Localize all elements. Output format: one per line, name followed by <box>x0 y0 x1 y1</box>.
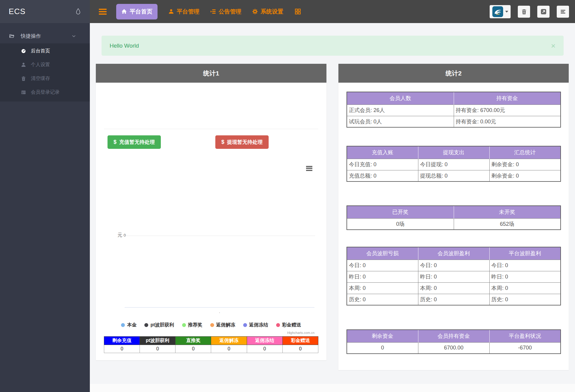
table-header-cell: 会员人数 <box>347 92 454 105</box>
legend-label: 返佣解冻 <box>216 322 235 328</box>
tab-announcement-manage[interactable]: 公告管理 <box>210 4 241 19</box>
menu-icon[interactable] <box>99 7 107 16</box>
summary-col-header: pt波胆获利 <box>140 337 175 345</box>
panels-row: 统计1 $ 充值暂无待处理 $ 提现暂无待处理 <box>90 64 575 370</box>
sidebar-item-clear-cache[interactable]: 清空缓存 <box>0 72 90 85</box>
x-axis-line <box>125 307 314 308</box>
sidebar-item-label: 个人设置 <box>31 62 50 68</box>
table-cell: 昨日: 0 <box>347 271 418 282</box>
content-area: Hello World × 统计1 $ 充值暂无待处理 <box>90 23 575 384</box>
table-row: 本周: 0本周: 0本周: 0 <box>347 282 561 294</box>
apps-grid-icon[interactable] <box>295 8 301 15</box>
table-row: 昨日: 0昨日: 0昨日: 0 <box>347 271 561 282</box>
chart-credits[interactable]: Highcharts.com.cn <box>287 331 314 335</box>
sidebar-item-profile[interactable]: 个人设置 <box>0 58 90 72</box>
table-cell: 正式会员: 26人 <box>347 105 454 116</box>
chart-context-menu-icon[interactable] <box>305 164 314 173</box>
log-list-button[interactable] <box>557 6 569 18</box>
table-header-row: 会员波胆亏损会员波胆盈利平台波胆盈利 <box>347 247 561 260</box>
nav-tabs: 平台首页平台管理公告管理系统设置 <box>116 4 283 19</box>
app-logo: ECS <box>9 7 25 16</box>
summary-col-value: 0 <box>211 345 247 353</box>
table-cell: 提现总额: 0 <box>418 170 489 181</box>
table-cell: 历史: 0 <box>489 294 561 305</box>
sidebar-section-label: 快捷操作 <box>21 33 41 40</box>
legend-item[interactable]: pt波胆获利 <box>144 322 174 328</box>
clear-trash-button[interactable] <box>518 6 530 18</box>
tab-label: 平台管理 <box>177 8 199 16</box>
legend-item[interactable]: 返佣解冻 <box>210 322 235 328</box>
legend-item[interactable]: 推荐奖 <box>182 322 202 328</box>
gridline <box>126 236 315 236</box>
table-header-cell: 持有资金 <box>454 92 561 105</box>
table-cell: 剩余资金: 0 <box>489 170 561 181</box>
legend-item[interactable]: 彩金赠送 <box>276 322 301 328</box>
table-header-cell: 未开奖 <box>454 206 561 218</box>
panel2-body: 会员人数持有资金正式会员: 26人持有资金: 6700.00元试玩会员: 0人持… <box>338 83 569 370</box>
table-row: 历史: 0历史: 0历史: 0 <box>347 294 561 305</box>
summary-col-header: 彩金赠送 <box>282 337 318 345</box>
sidebar-logo-row: ECS <box>0 0 90 23</box>
summary-header-row: 剩余充值pt波胆获利直推奖返佣解冻返佣冻结彩金赠送 <box>104 337 318 345</box>
table-row: 今日: 0今日: 0今日: 0 <box>347 260 561 271</box>
stat2-table-bodan: 会员波胆亏损会员波胆盈利平台波胆盈利今日: 0今日: 0今日: 0昨日: 0昨日… <box>346 247 561 305</box>
x-axis-tick: . <box>125 309 314 314</box>
legend-dot <box>210 323 214 327</box>
table-cell: 6700.00 <box>418 342 489 354</box>
table-header-cell: 会员波胆亏损 <box>347 247 418 260</box>
table-header-row: 剩余资金会员持有资金平台盈利状况 <box>347 330 561 342</box>
table-header-cell: 提现支出 <box>418 146 489 159</box>
deposit-pending-button[interactable]: $ 充值暂无待处理 <box>108 135 161 149</box>
trash-icon <box>521 9 527 15</box>
table-cell: 本周: 0 <box>347 282 418 294</box>
table-cell: 昨日: 0 <box>418 271 489 282</box>
chart-main: 元 0 . 本金pt波胆获利推荐奖返佣解冻返佣冻结彩金赠送 Highcharts… <box>96 149 326 336</box>
tab-platform-home[interactable]: 平台首页 <box>116 4 158 19</box>
sidebar-item-home[interactable]: 后台首页 <box>0 44 90 58</box>
open-external-button[interactable] <box>537 6 550 18</box>
table-cell: 持有资金: 0.00元 <box>454 116 561 127</box>
announcement-icon <box>210 9 216 14</box>
legend-item[interactable]: 本金 <box>121 322 137 328</box>
table-header-cell: 平台波胆盈利 <box>489 247 561 260</box>
avatar-dropdown-button[interactable] <box>490 5 511 18</box>
table-cell: 本周: 0 <box>418 282 489 294</box>
table-header-cell: 会员持有资金 <box>418 330 489 342</box>
withdraw-pending-button[interactable]: $ 提现暂无待处理 <box>215 135 269 149</box>
tab-platform-manage[interactable]: 平台管理 <box>168 4 199 19</box>
app-root: ECS 快捷操作 后台首页个人设置清空缓存会员登录记录 平台首页平台管理公告管理… <box>0 0 575 392</box>
table-cell: 历史: 0 <box>347 294 418 305</box>
summary-col-value: 0 <box>140 345 175 353</box>
table-header-row: 会员人数持有资金 <box>347 92 561 105</box>
legend-dot <box>121 323 125 327</box>
dollar-icon: $ <box>114 139 116 145</box>
avatar <box>492 6 503 17</box>
dollar-icon: $ <box>221 139 224 145</box>
stat2-table-members: 会员人数持有资金正式会员: 26人持有资金: 6700.00元试玩会员: 0人持… <box>346 92 561 128</box>
summary-col-value: 0 <box>247 345 282 353</box>
y-axis-tick: 0 <box>124 233 126 237</box>
tab-label: 平台首页 <box>130 8 152 16</box>
summary-value-row: 000000 <box>104 345 318 353</box>
sidebar-section-quick-ops[interactable]: 快捷操作 <box>0 28 90 43</box>
table-row: 正式会员: 26人持有资金: 6700.00元 <box>347 105 561 116</box>
legend-dot <box>276 323 280 327</box>
log-list-icon <box>560 9 566 15</box>
water-drop-icon[interactable] <box>75 8 81 15</box>
table-header-cell: 会员波胆盈利 <box>418 247 489 260</box>
home-icon <box>121 9 127 14</box>
stat2-table-lottery: 已开奖未开奖0场652场 <box>346 205 561 230</box>
table-cell: 今日提现: 0 <box>418 159 489 170</box>
table-cell: -6700 <box>489 342 561 354</box>
tab-label: 系统设置 <box>261 8 283 16</box>
table-cell: 历史: 0 <box>418 294 489 305</box>
legend-item[interactable]: 返佣冻结 <box>243 322 268 328</box>
tab-label: 公告管理 <box>219 8 241 16</box>
footer-strip <box>90 384 575 392</box>
tab-system-settings[interactable]: 系统设置 <box>252 4 283 19</box>
table-cell: 652场 <box>454 218 561 230</box>
sidebar-item-login-records[interactable]: 会员登录记录 <box>0 85 90 99</box>
main-column: 平台首页平台管理公告管理系统设置 <box>90 0 575 392</box>
close-icon[interactable]: × <box>551 42 556 50</box>
table-cell: 今日: 0 <box>489 260 561 271</box>
